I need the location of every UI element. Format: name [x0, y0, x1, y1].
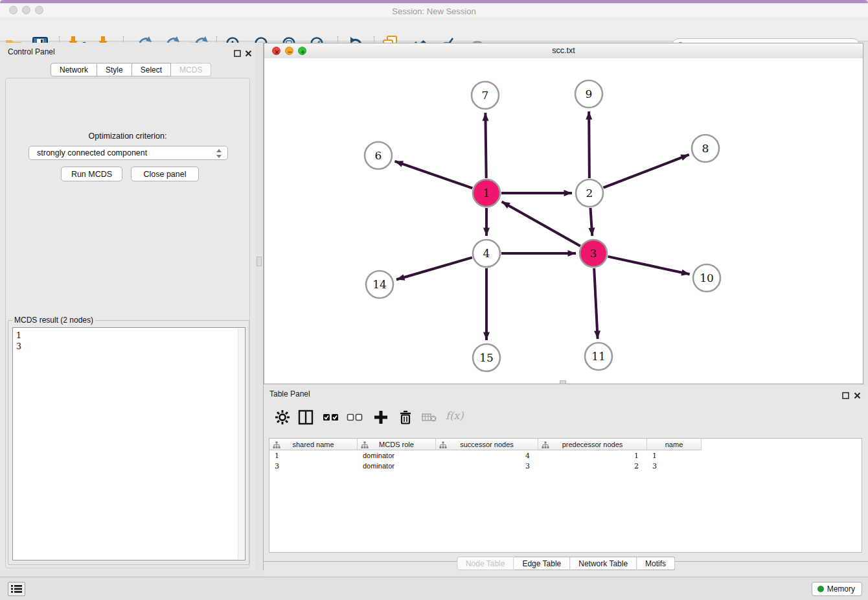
window-title: Session: New Session: [0, 6, 868, 16]
dropdown-stepper-icon: [216, 149, 222, 158]
column-header-name[interactable]: name: [647, 439, 702, 450]
graph-edge[interactable]: [395, 161, 473, 189]
status-bar: Memory: [0, 577, 868, 600]
graph-node[interactable]: 3: [580, 240, 607, 267]
tab-select[interactable]: Select: [132, 63, 171, 76]
graph-node-label: 8: [702, 142, 709, 155]
graph-node[interactable]: 4: [473, 240, 500, 267]
column-header-predecessor-nodes[interactable]: predecessor nodes: [538, 439, 647, 450]
main-toolbar: [0, 17, 868, 41]
vertical-splitter-grip[interactable]: [257, 257, 262, 266]
graph-node[interactable]: 8: [692, 135, 719, 162]
tab-network-table[interactable]: Network Table: [570, 557, 637, 570]
select-all-icon[interactable]: [323, 409, 339, 426]
vertical-splitter[interactable]: [255, 43, 264, 570]
graph-node[interactable]: 6: [365, 142, 392, 169]
memory-label: Memory: [827, 584, 855, 594]
network-canvas[interactable]: 1234678910111415: [264, 58, 863, 384]
columns-icon[interactable]: [297, 409, 314, 426]
tab-node-table[interactable]: Node Table: [457, 557, 514, 570]
graph-node[interactable]: 1: [473, 179, 500, 207]
graph-edge[interactable]: [603, 155, 689, 188]
tab-network[interactable]: Network: [51, 63, 97, 76]
run-mcds-button[interactable]: Run MCDS: [61, 167, 122, 181]
deselect-all-icon[interactable]: [347, 409, 363, 426]
tab-motifs[interactable]: Motifs: [637, 557, 675, 570]
float-icon[interactable]: [842, 390, 849, 402]
network-graph[interactable]: 1234678910111415: [264, 58, 863, 384]
table-row[interactable]: 3dominator323: [269, 461, 862, 471]
criterion-value: strongly connected component: [37, 148, 147, 157]
tree-icon: [361, 441, 369, 452]
node-table[interactable]: shared name MCDS role successor nodes pr…: [269, 438, 862, 553]
column-label: predecessor nodes: [562, 441, 623, 448]
column-header-mcds-role[interactable]: MCDS role: [358, 439, 436, 450]
tab-edge-table[interactable]: Edge Table: [514, 557, 570, 570]
graph-node-label: 10: [700, 271, 714, 284]
graph-edge[interactable]: [608, 257, 689, 274]
table-cell: dominator: [358, 450, 436, 461]
trash-icon[interactable]: [397, 409, 414, 426]
table-cell: 3: [647, 461, 702, 471]
optimization-criterion-label: Optimization criterion:: [0, 132, 255, 141]
graph-node[interactable]: 14: [366, 271, 393, 298]
close-panel-button[interactable]: Close panel: [131, 167, 199, 181]
table-cell: dominator: [358, 461, 436, 471]
graph-edge[interactable]: [589, 111, 589, 178]
window-titlebar: Session: New Session: [0, 3, 868, 17]
table-cell: 2: [538, 461, 647, 471]
graph-node[interactable]: 11: [585, 343, 612, 370]
control-panel-title: Control Panel: [8, 47, 55, 56]
graph-edge[interactable]: [502, 202, 580, 246]
memory-button[interactable]: Memory: [812, 582, 862, 596]
column-label: name: [665, 441, 683, 448]
graph-node-label: 9: [586, 87, 593, 100]
column-header-successor-nodes[interactable]: successor nodes: [436, 439, 538, 450]
graph-node[interactable]: 7: [472, 82, 499, 109]
graph-node-label: 15: [479, 351, 494, 364]
control-panel: Control Panel Network Style Select MCDS …: [0, 43, 255, 570]
graph-node[interactable]: 9: [575, 80, 602, 108]
table-tabs: Node Table Edge Table Network Table Moti…: [457, 557, 675, 570]
graph-node-label: 1: [483, 187, 490, 200]
result-scrollbar[interactable]: [238, 329, 244, 559]
function-builder-icon: f(x): [446, 410, 463, 426]
graph-node-label: 11: [591, 350, 606, 363]
close-icon[interactable]: [854, 390, 861, 402]
graph-edge[interactable]: [594, 268, 597, 339]
graph-edge[interactable]: [590, 208, 592, 236]
graph-node[interactable]: 10: [693, 264, 720, 292]
mcds-result-text: 1 3: [16, 330, 21, 352]
close-icon[interactable]: [245, 48, 252, 60]
table-row[interactable]: 1dominator411: [269, 450, 862, 461]
column-label: successor nodes: [460, 441, 514, 448]
tab-mcds[interactable]: MCDS: [171, 63, 211, 76]
graph-node-label: 2: [586, 187, 593, 200]
graph-node[interactable]: 15: [473, 344, 500, 371]
node-table-body: 1dominator4113dominator323: [269, 450, 862, 471]
delete-table-icon: [421, 409, 438, 426]
task-history-button[interactable]: [8, 582, 25, 596]
column-header-shared-name[interactable]: shared name: [269, 439, 358, 450]
mcds-result-group: MCDS result (2 nodes) 1 3: [8, 320, 249, 565]
horizontal-splitter-grip[interactable]: [560, 380, 566, 384]
column-label: MCDS role: [379, 441, 414, 448]
tree-icon: [439, 441, 447, 452]
mcds-result-box[interactable]: 1 3: [12, 327, 246, 560]
application-window: Session: New Session: [0, 0, 868, 600]
gear-icon[interactable]: [274, 409, 291, 426]
table-cell: 3: [269, 461, 358, 471]
network-window-titlebar[interactable]: scc.txt: [264, 43, 863, 59]
tab-style[interactable]: Style: [97, 63, 132, 76]
criterion-dropdown[interactable]: strongly connected component: [29, 146, 228, 160]
table-cell: 4: [436, 450, 538, 461]
graph-edge[interactable]: [396, 257, 472, 279]
graph-edge[interactable]: [485, 113, 486, 178]
add-column-icon[interactable]: [372, 409, 389, 426]
table-cell: 1: [269, 450, 358, 461]
float-icon[interactable]: [234, 48, 241, 60]
graph-node[interactable]: 2: [576, 179, 603, 207]
table-cell: 1: [538, 450, 647, 461]
mcds-result-title: MCDS result (2 nodes): [12, 316, 95, 325]
graph-node-label: 3: [590, 247, 597, 260]
